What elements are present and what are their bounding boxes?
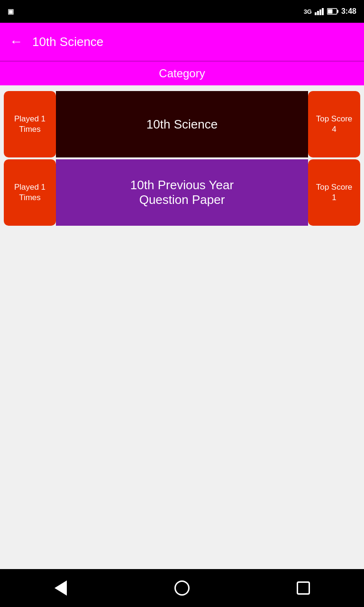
svg-rect-2	[319, 9, 321, 15]
svg-rect-5	[337, 10, 338, 13]
status-bar: ▣ 3G 3:48	[0, 0, 364, 23]
svg-rect-6	[328, 9, 332, 14]
back-nav-button[interactable]	[46, 574, 75, 602]
network-label: 3G	[304, 8, 312, 15]
quiz-list: Played 1 Times 10th Science Top Score 4 …	[0, 85, 364, 569]
svg-rect-3	[322, 8, 324, 15]
played-line2-2: Times	[19, 193, 41, 203]
signal-icon	[315, 8, 324, 15]
score-badge-2: Top Score 1	[308, 159, 360, 226]
score-value-2: 1	[332, 193, 336, 203]
sd-icon: ▣	[8, 8, 14, 15]
quiz-title-1[interactable]: 10th Science	[56, 91, 308, 157]
battery-icon	[327, 8, 338, 15]
played-line1-2: Played 1	[14, 182, 46, 193]
home-nav-icon	[174, 580, 190, 596]
status-icons: 3G 3:48	[304, 7, 356, 16]
quiz-name-1: 10th Science	[146, 117, 218, 132]
score-value-1: 4	[332, 124, 336, 135]
score-label-1: Top Score	[316, 114, 353, 124]
sd-card-indicator: ▣	[8, 7, 14, 16]
category-bar: Category	[0, 61, 364, 85]
quiz-row-1[interactable]: Played 1 Times 10th Science Top Score 4	[4, 91, 360, 157]
svg-rect-1	[317, 11, 319, 15]
score-badge-1: Top Score 4	[308, 91, 360, 157]
app-bar: ← 10th Science	[0, 23, 364, 61]
played-line1-1: Played 1	[14, 114, 46, 124]
recents-nav-icon	[297, 581, 310, 595]
score-label-2: Top Score	[316, 182, 353, 193]
category-label: Category	[159, 67, 205, 80]
time-label: 3:48	[341, 7, 356, 16]
bottom-nav	[0, 569, 364, 607]
svg-rect-0	[315, 12, 317, 15]
back-nav-icon	[55, 580, 67, 596]
app-bar-title: 10th Science	[32, 35, 103, 49]
played-line2-1: Times	[19, 124, 41, 135]
quiz-title-2[interactable]: 10th Previous YearQuestion Paper	[56, 159, 308, 226]
back-button[interactable]: ←	[9, 35, 23, 48]
quiz-name-2: 10th Previous YearQuestion Paper	[130, 178, 234, 207]
quiz-row-2[interactable]: Played 1 Times 10th Previous YearQuestio…	[4, 159, 360, 226]
played-badge-2: Played 1 Times	[4, 159, 56, 226]
home-nav-button[interactable]	[168, 574, 196, 602]
played-badge-1: Played 1 Times	[4, 91, 56, 157]
recents-nav-button[interactable]	[289, 574, 318, 602]
